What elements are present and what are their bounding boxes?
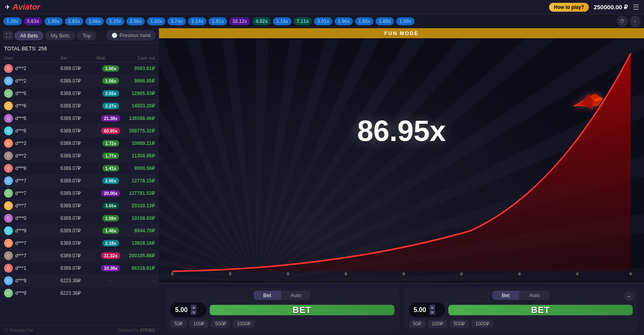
mult-cell: 20.00x xyxy=(97,190,125,196)
mult-badge[interactable]: 1.90x xyxy=(44,17,63,25)
tab-top[interactable]: Top xyxy=(77,31,97,40)
username: d***7 xyxy=(15,190,26,196)
bet-tab-1-auto[interactable]: Auto xyxy=(281,291,311,300)
bet-amount: 6389.07₽ xyxy=(60,240,97,246)
mult-cell: 2.18x xyxy=(97,240,125,246)
table-header: User Bet Mult. Cash out xyxy=(0,54,159,62)
stepper-up-2[interactable]: ▲ xyxy=(429,305,435,310)
mult-badge[interactable]: 5.63x xyxy=(24,17,42,25)
cashout-amount: 200105.88₽ xyxy=(125,253,155,258)
mult-badge[interactable]: 1.96x xyxy=(334,17,353,25)
table-row: Dd***76389.07₽20.00x127781.53₽ xyxy=(0,187,159,200)
mult-badge[interactable]: 1.66x xyxy=(85,17,104,25)
right-panel: FUN MODE xyxy=(159,28,644,335)
tab-all-bets[interactable]: All Bets xyxy=(14,31,43,40)
controls-bar: Bet Auto 5.00 ▲ ▼ BET 50₽100₽500₽1000₽ xyxy=(159,283,644,335)
bet-amount: 6223.36₽ xyxy=(60,278,97,283)
mult-badge[interactable]: 2.58x xyxy=(126,17,145,25)
quick-amount-button[interactable]: 1000₽ xyxy=(471,320,493,328)
stepper-down-2[interactable]: ▼ xyxy=(429,310,435,315)
bet-tab-1-bet[interactable]: Bet xyxy=(254,291,281,300)
svg-point-0 xyxy=(171,272,174,275)
svg-point-7 xyxy=(576,272,579,275)
quick-amount-button[interactable]: 1000₽ xyxy=(233,320,255,328)
quick-amount-button[interactable]: 50₽ xyxy=(170,320,187,328)
table-row: Dd***96223.36₽-- xyxy=(0,287,159,300)
stepper-down-1[interactable]: ▼ xyxy=(191,310,196,315)
quick-amount-button[interactable]: 500₽ xyxy=(450,320,469,328)
stepper-up-1[interactable]: ▲ xyxy=(191,305,196,310)
mult-badge[interactable]: 7.11x xyxy=(293,17,312,25)
mult-badge[interactable]: 3.74x xyxy=(167,17,186,25)
username: d***9 xyxy=(15,228,26,234)
cashout-amount: 8944.70₽ xyxy=(125,228,155,234)
avatar: D xyxy=(4,276,13,285)
bet-input-1: 5.00 ▲ ▼ xyxy=(170,302,206,317)
mult-badge[interactable]: 1.65x xyxy=(355,17,374,25)
quick-amounts-2: 50₽100₽500₽1000₽ xyxy=(409,320,633,328)
username: d***0 xyxy=(15,215,26,221)
mult-badge[interactable]: 1.29x xyxy=(3,17,22,25)
mult-badge[interactable]: 1.00x xyxy=(396,17,415,25)
avatar: D xyxy=(4,289,13,298)
mult-badge[interactable]: 1.32x xyxy=(147,17,165,25)
mult-badge[interactable]: 3.14x xyxy=(188,17,206,25)
bet-row-2: 5.00 ▲ ▼ BET xyxy=(409,302,633,317)
mult-badge[interactable]: 1.91x xyxy=(208,17,227,25)
username: d***7 xyxy=(15,253,26,258)
mult-tag: 1.77x xyxy=(102,153,119,159)
previous-hand-button[interactable]: 🕐 Previous hand xyxy=(106,31,156,40)
mult-tag: 1.56x xyxy=(102,78,119,84)
header: ✈ Aviator How to play? 250000.00 ₽ ☰ xyxy=(0,0,644,14)
mult-badge[interactable]: 4.02x xyxy=(252,17,271,25)
cashout-amount: 10989.21₽ xyxy=(125,141,155,146)
mult-badge[interactable]: 1.14x xyxy=(273,17,291,25)
mult-tag: 31.32x xyxy=(101,252,120,259)
mult-badge[interactable]: 32.12x xyxy=(229,17,250,25)
total-bets-label: TOTAL BETS: xyxy=(4,45,37,52)
balance-display: 250000.00 ₽ xyxy=(594,4,628,11)
avatar: D xyxy=(4,264,13,273)
bet-panel-2: − Bet Auto 5.00 ▲ ▼ BET 50₽100₽500₽100 xyxy=(404,287,638,331)
bets-list: Dd***26389.07₽1.50x9583.61₽Dd***26389.07… xyxy=(0,62,159,325)
col-cashout: Cash out xyxy=(125,56,155,60)
avatar: D xyxy=(4,114,13,123)
mult-tag: 3.65x xyxy=(102,203,119,209)
mult-badge[interactable]: 1.83x xyxy=(65,17,83,25)
bet-tab-2-auto[interactable]: Auto xyxy=(519,291,549,300)
username: d***9 xyxy=(15,278,26,283)
bets-header: TOTAL BETS: 256 xyxy=(0,43,159,54)
bet-tab-2-bet[interactable]: Bet xyxy=(492,291,520,300)
left-footer: 🛡 Provably Fair Powered by SPRIBE xyxy=(0,325,159,335)
cashout-amount: 136598.46₽ xyxy=(125,116,155,121)
quick-amount-button[interactable]: 500₽ xyxy=(211,320,230,328)
how-to-play-button[interactable]: How to play? xyxy=(549,3,589,12)
quick-amount-button[interactable]: 50₽ xyxy=(409,320,425,328)
mult-badge[interactable]: 1.88x xyxy=(376,17,394,25)
history-icon[interactable]: ⏱ xyxy=(617,16,628,27)
mult-badge[interactable]: 3.01x xyxy=(314,17,332,25)
avatar: D xyxy=(4,164,13,173)
bet-button-2[interactable]: BET xyxy=(448,305,633,315)
tab-my-bets[interactable]: My Bets xyxy=(45,31,75,40)
table-row: Dd***66389.07₽60.85x388775.32₽ xyxy=(0,125,159,137)
username: d***2 xyxy=(15,66,26,71)
more-icon[interactable]: › xyxy=(630,16,641,27)
bet-amount: 6389.07₽ xyxy=(60,66,97,71)
menu-icon[interactable]: ☰ xyxy=(633,3,639,12)
svg-point-6 xyxy=(518,272,521,275)
bet-button-1[interactable]: BET xyxy=(210,305,394,315)
cashout-amount: - xyxy=(125,290,155,296)
mult-cell: - xyxy=(97,290,125,296)
mult-badge[interactable]: 1.15x xyxy=(106,17,124,25)
logo: ✈ Aviator xyxy=(5,2,40,12)
quick-amount-button[interactable]: 100₽ xyxy=(189,320,208,328)
minus-circle-button[interactable]: − xyxy=(624,292,634,301)
username: d***7 xyxy=(15,240,26,246)
mult-tag: 10.38x xyxy=(101,265,120,271)
quick-amount-button[interactable]: 100₽ xyxy=(428,320,447,328)
username: d***2 xyxy=(15,153,26,159)
svg-point-1 xyxy=(229,272,232,275)
expand-button[interactable]: ⛶ xyxy=(3,31,13,40)
mult-cell: 1.40x xyxy=(97,227,125,234)
